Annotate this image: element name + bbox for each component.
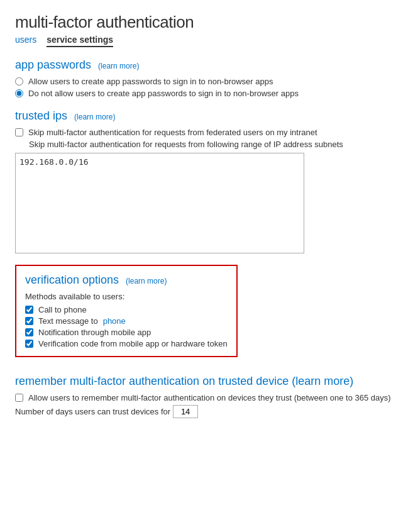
verification-code-checkbox[interactable] (25, 340, 33, 348)
text-message-option[interactable]: Text message to phone (25, 316, 228, 326)
remember-checkbox-option[interactable]: Allow users to remember multi-factor aut… (15, 393, 398, 402)
call-to-phone-checkbox[interactable] (25, 306, 33, 314)
remember-checkbox[interactable] (15, 394, 23, 402)
days-input[interactable] (173, 405, 198, 418)
verification-code-label: Verification code from mobile app or har… (38, 339, 228, 348)
allow-app-passwords-radio[interactable] (15, 77, 23, 86)
disallow-app-passwords-option[interactable]: Do not allow users to create app passwor… (15, 89, 398, 98)
trusted-ips-title: trusted ips (15, 109, 67, 122)
notification-option[interactable]: Notification through mobile app (25, 328, 228, 337)
app-passwords-title: app passwords (15, 58, 91, 71)
remember-title-text: remember multi-factor authentication on … (15, 375, 289, 387)
text-message-phone-link[interactable]: phone (103, 316, 126, 326)
text-message-checkbox[interactable] (25, 317, 33, 325)
verification-code-option[interactable]: Verification code from mobile app or har… (25, 339, 228, 348)
skip-federated-checkbox[interactable] (15, 128, 23, 136)
tabs: users service settings (15, 35, 398, 47)
skip-federated-label: Skip multi-factor authentication for req… (28, 128, 317, 137)
tab-service-settings[interactable]: service settings (47, 35, 113, 47)
disallow-app-passwords-radio[interactable] (15, 89, 23, 97)
trusted-ips-section: trusted ips (learn more) Skip multi-fact… (15, 109, 398, 253)
methods-label: Methods available to users: (25, 292, 228, 301)
call-to-phone-option[interactable]: Call to phone (25, 305, 228, 314)
days-row: Number of days users can trust devices f… (15, 405, 398, 418)
remember-checkbox-label: Allow users to remember multi-factor aut… (28, 393, 391, 402)
page-title: multi-factor authentication (15, 13, 398, 32)
text-message-label-prefix: Text message to (38, 316, 98, 326)
app-passwords-radio-group: Allow users to create app passwords to s… (15, 77, 398, 98)
call-to-phone-label: Call to phone (38, 305, 87, 314)
trusted-ips-learn-more[interactable]: (learn more) (74, 113, 115, 121)
remember-learn-more[interactable]: (learn more) (292, 375, 353, 387)
notification-label: Notification through mobile app (38, 328, 151, 337)
ip-subnet-textarea[interactable] (15, 153, 304, 253)
skip-federated-option[interactable]: Skip multi-factor authentication for req… (15, 128, 398, 137)
notification-checkbox[interactable] (25, 328, 33, 336)
allow-app-passwords-label: Allow users to create app passwords to s… (28, 77, 273, 86)
disallow-app-passwords-label: Do not allow users to create app passwor… (28, 89, 299, 98)
range-description: Skip multi-factor authentication for req… (29, 140, 398, 149)
verification-methods-list: Call to phone Text message to phone Noti… (25, 305, 228, 348)
app-passwords-section: app passwords (learn more) Allow users t… (15, 58, 398, 98)
verification-options-learn-more[interactable]: (learn more) (126, 277, 167, 285)
verification-options-title: verification options (25, 274, 119, 286)
verification-options-section: verification options (learn more) Method… (15, 265, 238, 357)
app-passwords-learn-more[interactable]: (learn more) (98, 62, 139, 70)
remember-section: remember multi-factor authentication on … (15, 375, 398, 418)
allow-app-passwords-option[interactable]: Allow users to create app passwords to s… (15, 77, 398, 86)
tab-users[interactable]: users (15, 35, 36, 47)
days-label: Number of days users can trust devices f… (15, 407, 170, 416)
